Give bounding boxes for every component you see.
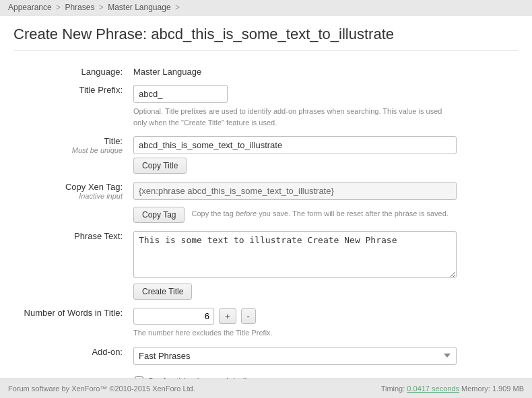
title-row: Title: Must be unique Copy Title — [13, 132, 519, 178]
title-label: Title: Must be unique — [13, 132, 128, 178]
phrase-text-row: Phrase Text: This is some text to illust… — [13, 227, 519, 304]
addon-label: Add-on: — [13, 343, 128, 369]
addon-row: Add-on: Fast Phrases — [13, 343, 519, 369]
breadcrumb-phrases[interactable]: Phrases — [65, 3, 94, 12]
copy-xen-tag-input[interactable] — [133, 182, 457, 200]
words-in-title-row: Number of Words in Title: + - The number… — [13, 304, 519, 343]
language-label: Language: — [13, 63, 128, 81]
title-input[interactable] — [133, 136, 457, 154]
addon-field: Fast Phrases — [128, 343, 519, 369]
page-title: Create New Phrase: abcd_this_is_some_tex… — [13, 26, 519, 51]
title-prefix-help: Optional. Title prefixes are used to ide… — [133, 106, 457, 128]
copy-xen-tag-row: Copy Xen Tag: Inactive input Copy Tag Co… — [13, 178, 519, 227]
copy-tag-row: Copy Tag Copy the tag before you save. T… — [133, 203, 513, 223]
phrase-text-label: Phrase Text: — [13, 227, 128, 304]
words-in-title-field: + - The number here excludes the Title P… — [128, 304, 519, 343]
copy-xen-tag-field: Copy Tag Copy the tag before you save. T… — [128, 178, 519, 227]
copy-tag-help: Copy the tag before you save. The form w… — [191, 209, 448, 218]
plus-button[interactable]: + — [219, 308, 236, 324]
words-count-input[interactable] — [133, 308, 214, 325]
breadcrumb-master-language[interactable]: Master Language — [108, 3, 170, 12]
words-in-title-label: Number of Words in Title: — [13, 304, 128, 343]
footer: Forum software by XenForo™ ©2010-2015 Xe… — [0, 378, 532, 398]
breadcrumb: Appearance > Phrases > Master Language > — [0, 0, 532, 15]
title-prefix-field: Optional. Title prefixes are used to ide… — [128, 81, 519, 132]
copy-tag-button[interactable]: Copy Tag — [133, 207, 185, 223]
main-content: Create New Phrase: abcd_this_is_some_tex… — [0, 15, 532, 398]
copy-title-button[interactable]: Copy Title — [133, 158, 187, 174]
footer-left: Forum software by XenForo™ ©2010-2015 Xe… — [8, 385, 195, 393]
copy-xen-tag-sub: Inactive input — [19, 192, 123, 200]
language-value: Master Language — [133, 67, 201, 77]
title-prefix-input[interactable] — [133, 85, 228, 103]
create-title-button[interactable]: Create Title — [133, 284, 192, 300]
number-row: + - — [133, 308, 513, 325]
breadcrumb-appearance[interactable]: Appearance — [8, 3, 52, 12]
minus-button[interactable]: - — [241, 308, 256, 324]
phrase-text-input[interactable]: This is some text to illustrate Create N… — [133, 231, 457, 278]
language-row: Language: Master Language — [13, 63, 519, 81]
copy-xen-tag-label: Copy Xen Tag: Inactive input — [13, 178, 128, 227]
title-field: Copy Title — [128, 132, 519, 178]
title-prefix-row: Title Prefix: Optional. Title prefixes a… — [13, 81, 519, 132]
title-prefix-label: Title Prefix: — [13, 81, 128, 132]
form-table: Language: Master Language Title Prefix: … — [13, 63, 519, 369]
addon-select[interactable]: Fast Phrases — [133, 347, 457, 365]
footer-right: Timing: 0.0417 seconds Memory: 1.909 MB — [381, 385, 524, 393]
timing-link[interactable]: 0.0417 seconds — [407, 385, 459, 393]
words-help: The number here excludes the Title Prefi… — [133, 327, 457, 339]
title-sub: Must be unique — [19, 146, 123, 154]
phrase-text-field: This is some text to illustrate Create N… — [128, 227, 519, 304]
language-field: Master Language — [128, 63, 519, 81]
